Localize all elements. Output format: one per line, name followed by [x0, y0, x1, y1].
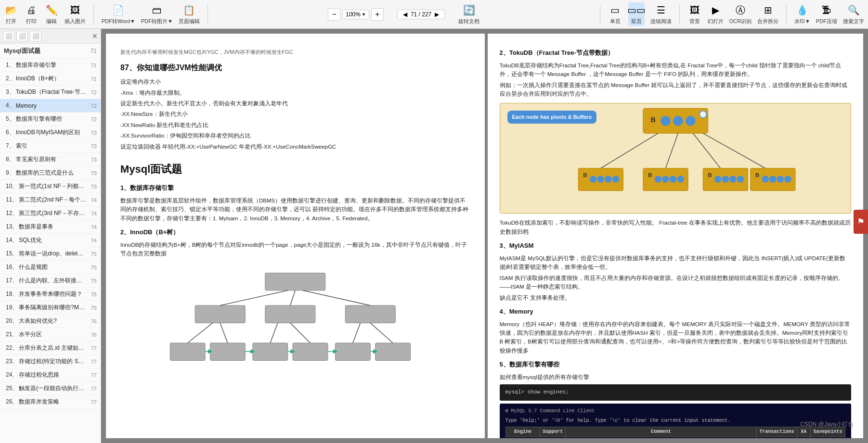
- current-page-display: 71 / 227: [411, 11, 431, 18]
- sidebar-item[interactable]: 6、 InnoDB与MyISAM的区别 73: [0, 126, 101, 139]
- sidebar-item[interactable]: 11、 第二范式(2nd NF－每个… 74: [0, 193, 101, 207]
- sidebar-item-num: 1、: [6, 61, 15, 69]
- sidebar-item-page: 74: [86, 197, 97, 203]
- sidebar-btn-2[interactable]: ⬜: [16, 31, 28, 41]
- sidebar-close-button[interactable]: ✕: [92, 32, 98, 40]
- print-label: 打印: [26, 18, 37, 25]
- svg-point-27: [673, 116, 683, 126]
- svg-line-13: [188, 323, 213, 343]
- pdf-compress-button[interactable]: 🗜 PDF压缩: [816, 3, 837, 25]
- slides-button[interactable]: ▶ 幻灯片: [708, 3, 724, 25]
- btree-diagram: [120, 268, 470, 393]
- svg-rect-11: [335, 343, 370, 360]
- toolbar: 📂 打开 🖨 打印 ✏️ 编辑 🖼 插入图片 📄 PDF转Word▼ 🗃 PDF…: [0, 0, 868, 29]
- right-panel-icon[interactable]: ⚑: [854, 210, 868, 234]
- sidebar-item[interactable]: 24、 存储过程化思路 77: [0, 368, 101, 382]
- next-page-button[interactable]: ▶: [433, 11, 440, 18]
- sidebar-item[interactable]: 16、 什么是视图 75: [0, 261, 101, 274]
- zoom-in-icon[interactable]: +: [371, 8, 384, 21]
- pdf-to-word-icon: 📄: [111, 3, 126, 17]
- background-icon: 🖼: [687, 3, 702, 17]
- main-layout: ⬜ ⬜ ⬜ ✕ Mysql面试题 71 1、 数据库存储引擎 71 2、 Inn…: [0, 29, 868, 443]
- sidebar-item[interactable]: 3、 TokuDB（Fractal Tree-节… 72: [0, 86, 101, 99]
- sidebar-item[interactable]: 19、 事务隔离级别有哪些?My… 75: [0, 301, 101, 315]
- sidebar-item-num: 17、: [6, 277, 18, 285]
- merge-split-button[interactable]: ⊞ 合并拆分: [757, 3, 778, 25]
- sidebar-item[interactable]: 14、 SQL优化 74: [0, 234, 101, 247]
- print-button[interactable]: 🖨 打印: [24, 3, 39, 25]
- q87-text7: 设定垃圾回收器 年轻代用-XX:+UseParNewGC 年老代用-XX:+Us…: [120, 142, 470, 151]
- rotate-doc-button[interactable]: 🔄 旋转文档: [458, 3, 479, 25]
- sidebar-item-text: 常见索引原则有: [16, 155, 86, 164]
- mysql-cli-hint: Type 'help;' or '\h' for help. Type '\c'…: [505, 417, 846, 425]
- ocr-button[interactable]: Ⓐ OCR识别: [729, 3, 751, 25]
- sidebar-item[interactable]: 9、 数据库的三范式是什么 73: [0, 166, 101, 180]
- sidebar-item[interactable]: 2、 InnoDB（B+树） 71: [0, 72, 101, 86]
- sidebar-item[interactable]: 7、 索引 73: [0, 139, 101, 153]
- sidebar-item-page: 71: [86, 63, 97, 68]
- right-panel-icon-symbol: ⚑: [857, 216, 865, 227]
- edit-button[interactable]: ✏️ 编辑: [44, 3, 59, 25]
- engine-table: EngineSupportCommentTransactionsXASavepo…: [505, 427, 846, 438]
- pdf-to-image-label: PDF转图片▼: [141, 18, 173, 25]
- page-edit-icon: 📋: [182, 3, 196, 17]
- q4-text: Memory（也叫 HEAP）堆存储：使用存在内存中的内容来创建表。每个 MEM…: [500, 320, 852, 355]
- merge-split-icon: ⊞: [761, 3, 775, 17]
- sidebar-item[interactable]: 10、 第一范式(1st NF－列都… 73: [0, 180, 101, 193]
- zoom-out-button[interactable]: −: [328, 8, 340, 21]
- sidebar-item[interactable]: 26、 数据库并发策略 77: [0, 395, 101, 409]
- background-button[interactable]: 🖼 背景: [687, 3, 702, 25]
- sidebar-item[interactable]: 1、 数据库存储引擎 71: [0, 59, 101, 72]
- sidebar-item[interactable]: 15、 简单说一说drop、delete… 75: [0, 247, 101, 261]
- zoom-controls: − 100% ▼ + ◀ 71 / 227 ▶ 🔄 旋转文档: [328, 3, 479, 25]
- insert-image-button[interactable]: 🖼 插入图片: [65, 3, 86, 25]
- sidebar-btn-3[interactable]: ⬜: [30, 31, 41, 41]
- sidebar-item[interactable]: 8、 常见索引原则有 73: [0, 153, 101, 166]
- svg-point-38: [605, 176, 612, 183]
- double-page-button[interactable]: ▭▭ 双页: [628, 2, 645, 26]
- sidebar-item[interactable]: 22、 分库分表之后,id 主键如何… 77: [0, 342, 101, 355]
- continuous-read-button[interactable]: ☰ 连续阅读: [650, 3, 672, 25]
- sidebar-item-num: 12、: [6, 209, 18, 217]
- open-button[interactable]: 📂 打开: [4, 3, 18, 25]
- sidebar-item[interactable]: 18、 并发事务带来哪些问题？ 75: [0, 288, 101, 301]
- sidebar-item-text: 数据库引擎有哪些: [16, 115, 86, 123]
- sidebar-item[interactable]: 5、 数据库引擎有哪些 72: [0, 113, 101, 126]
- sidebar-item[interactable]: 4、 Memory 72: [0, 99, 101, 113]
- sidebar-item-num: 3、: [6, 88, 15, 96]
- pdf-to-word-label: PDF转Word▼: [102, 18, 135, 25]
- sidebar-item[interactable]: 17、 什么是内联、左外联接… 75: [0, 274, 101, 288]
- q2-right-text1: TokuDB底层存储结构为Fractal Tree,Fractal Tree的结…: [500, 61, 852, 79]
- page-edit-button[interactable]: 📋 页面编辑: [179, 3, 200, 25]
- sidebar-btn-1[interactable]: ⬜: [3, 31, 14, 41]
- sidebar-item[interactable]: 12、 第三范式(3rd NF－不存… 74: [0, 207, 101, 220]
- svg-line-5: [290, 290, 295, 305]
- sidebar-item-page: 72: [86, 103, 97, 109]
- sidebar-item-num: 22、: [6, 344, 18, 352]
- svg-point-39: [612, 176, 619, 183]
- sidebar-item-num: 11、: [6, 196, 18, 204]
- edit-icon: ✏️: [44, 3, 59, 17]
- zoom-in-button[interactable]: +: [371, 8, 384, 21]
- sidebar-item-page: 74: [86, 238, 97, 243]
- watermark-button[interactable]: 💧 水印▼: [794, 3, 810, 25]
- sidebar-item[interactable]: 23、 存储过程(特定功能的 SQL… 77: [0, 355, 101, 368]
- sidebar-item[interactable]: 20、 大表如何优化? 76: [0, 315, 101, 328]
- pdf-to-image-button[interactable]: 🗃 PDF转图片▼: [141, 3, 173, 25]
- sidebar-item[interactable]: 13、 数据库是事务 74: [0, 220, 101, 234]
- q3-text1: MyIASM是 MySQL默认的引擎，但是它没有提供对数据库事务的支持，也不支持…: [500, 254, 852, 272]
- zoom-level-display[interactable]: 100% ▼: [342, 10, 369, 19]
- pdf-to-word-button[interactable]: 📄 PDF转Word▼: [102, 3, 135, 25]
- sidebar-item-text: 第一范式(1st NF－列都…: [19, 182, 86, 190]
- sidebar-item[interactable]: 21、 水平分区 76: [0, 328, 101, 342]
- svg-point-57: [784, 176, 791, 183]
- zoom-out-icon[interactable]: −: [328, 8, 340, 21]
- sidebar-item-num: 16、: [6, 263, 18, 271]
- sidebar-item[interactable]: 25、 触发器(一段能自动执行的… 77: [0, 382, 101, 395]
- single-page-button[interactable]: ▭ 单页: [608, 3, 622, 25]
- search-text-button[interactable]: 🔍 搜索文字: [843, 3, 864, 25]
- prev-page-button[interactable]: ◀: [402, 11, 409, 18]
- sidebar-item-page: 73: [86, 184, 97, 190]
- svg-rect-10: [293, 343, 328, 360]
- svg-point-50: [729, 176, 737, 183]
